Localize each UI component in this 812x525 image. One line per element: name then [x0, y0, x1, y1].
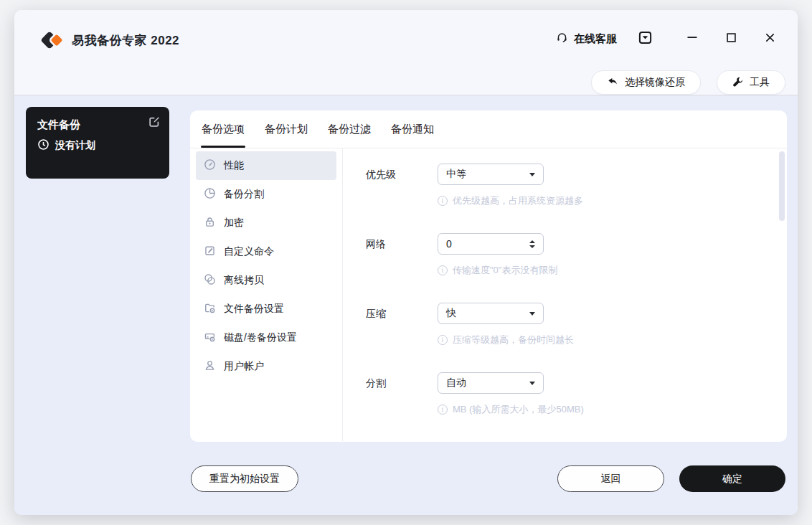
sidebar-item-label: 离线拷贝: [224, 274, 264, 287]
edit-square-icon: [204, 245, 216, 259]
compression-label: 压缩: [366, 303, 438, 372]
online-support-button[interactable]: 在线客服: [556, 32, 617, 47]
sidebar-item-disk-backup-settings[interactable]: 磁盘/卷备份设置: [196, 323, 336, 352]
network-spinner[interactable]: 0: [438, 233, 544, 255]
close-icon: [765, 32, 775, 46]
app-logo-icon: [42, 29, 65, 52]
sidebar-item-label: 备份分割: [224, 188, 264, 201]
sidebar-item-label: 性能: [224, 159, 244, 172]
sidebar-item-label: 自定义命令: [224, 245, 274, 258]
wrench-icon: [732, 76, 743, 89]
online-support-label: 在线客服: [574, 32, 617, 46]
tools-label: 工具: [750, 76, 770, 89]
info-icon: [438, 335, 448, 345]
edit-icon: [148, 118, 161, 131]
select-image-restore-label: 选择镜像还原: [625, 76, 685, 89]
tab-backup-filter[interactable]: 备份过滤: [327, 110, 372, 148]
minimize-to-tray-button[interactable]: [636, 29, 654, 48]
gauge-icon: [204, 159, 216, 173]
minimize-button[interactable]: [683, 29, 702, 48]
network-hint: 传输速度"0"表示没有限制: [438, 264, 557, 277]
info-icon: [438, 265, 448, 275]
titlebar: 易我备份专家 2022 在线客服: [14, 10, 798, 95]
plan-card: 文件备份 没有计划: [26, 107, 169, 179]
caret-down-icon: [529, 312, 535, 316]
split-label: 分割: [366, 372, 438, 442]
app-window: 易我备份专家 2022 在线客服: [14, 10, 798, 515]
priority-row: 优先级 中等 优先级越高，占用系统资源越多: [366, 164, 787, 233]
select-image-restore-button[interactable]: 选择镜像还原: [591, 70, 701, 95]
split-select-value: 自动: [446, 377, 466, 389]
compression-hint: 压缩等级越高，备份时间越长: [438, 334, 574, 346]
split-hint: MB (输入所需大小，最少50MB): [438, 403, 584, 416]
maximize-button[interactable]: [722, 29, 740, 48]
sidebar-item-backup-split[interactable]: 备份分割: [196, 180, 336, 209]
sidebar-item-label: 加密: [224, 217, 244, 230]
disk-gear-icon: [204, 331, 216, 345]
sidebar-item-user-account[interactable]: 用户帐户: [196, 352, 336, 381]
sidebar-item-label: 磁盘/卷备份设置: [224, 331, 297, 344]
app-title: 易我备份专家 2022: [72, 32, 179, 49]
caret-down-icon: [529, 382, 535, 385]
edit-plan-button[interactable]: [148, 115, 161, 128]
discs-icon: [204, 273, 216, 288]
plan-status-label: 没有计划: [55, 139, 95, 152]
minimize-icon: [686, 32, 698, 46]
tools-button[interactable]: 工具: [717, 70, 785, 95]
tab-backup-schedule[interactable]: 备份计划: [264, 110, 308, 148]
network-label: 网络: [366, 233, 438, 303]
sidebar-item-label: 用户帐户: [224, 360, 264, 373]
sidebar-item-file-backup-settings[interactable]: 文件备份设置: [196, 295, 336, 323]
compression-select[interactable]: 快: [438, 303, 544, 324]
sidebar-item-performance[interactable]: 性能: [196, 151, 336, 180]
sidebar-item-encryption[interactable]: 加密: [196, 209, 336, 237]
sidebar-item-label: 文件备份设置: [224, 303, 284, 316]
priority-select[interactable]: 中等: [438, 164, 544, 185]
maximize-icon: [726, 32, 737, 46]
caret-down-icon: [529, 173, 535, 176]
headset-icon: [556, 32, 568, 47]
back-button[interactable]: 返回: [557, 465, 664, 492]
folder-gear-icon: [204, 302, 216, 316]
options-sidebar: 性能 备份分割: [190, 148, 343, 441]
sidebar-item-offline-copy[interactable]: 离线拷贝: [196, 266, 336, 295]
tab-backup-notification[interactable]: 备份通知: [390, 110, 435, 148]
tab-bar: 备份选项 备份计划 备份过滤 备份通知: [190, 110, 787, 148]
confirm-button[interactable]: 确定: [679, 465, 785, 492]
split-select[interactable]: 自动: [438, 372, 544, 394]
pie-chart-icon: [204, 187, 216, 202]
tab-backup-options[interactable]: 备份选项: [201, 110, 245, 148]
clock-icon: [37, 138, 49, 153]
priority-hint: 优先级越高，占用系统资源越多: [438, 194, 583, 207]
close-button[interactable]: [760, 29, 779, 48]
plan-title: 文件备份: [37, 118, 158, 132]
backup-options-panel: 备份选项 备份计划 备份过滤 备份通知 性: [190, 110, 787, 442]
lock-icon: [204, 216, 216, 230]
tray-arrow-icon: [638, 31, 652, 47]
user-icon: [204, 359, 216, 374]
network-spinner-value: 0: [446, 238, 452, 250]
sidebar-item-custom-commands[interactable]: 自定义命令: [196, 237, 336, 266]
priority-select-value: 中等: [446, 168, 466, 181]
reply-arrow-icon: [607, 76, 618, 90]
main-area: 文件备份 没有计划: [14, 95, 798, 515]
options-form: 优先级 中等 优先级越高，占用系统资源越多: [343, 148, 787, 441]
reset-button[interactable]: 重置为初始设置: [191, 465, 298, 492]
network-row: 网络 0 传输速度"0"表示没有限制: [366, 233, 787, 303]
scrollbar-thumb[interactable]: [779, 151, 785, 221]
spinner-arrows-icon: [529, 240, 535, 248]
split-row: 分割 自动 MB (输入所需大小，最少50MB): [366, 372, 787, 442]
info-icon: [438, 196, 448, 206]
compression-row: 压缩 快 压缩等级越高，备份时间越长: [366, 303, 787, 372]
info-icon: [438, 405, 448, 415]
compression-select-value: 快: [446, 307, 456, 320]
priority-label: 优先级: [366, 164, 438, 233]
